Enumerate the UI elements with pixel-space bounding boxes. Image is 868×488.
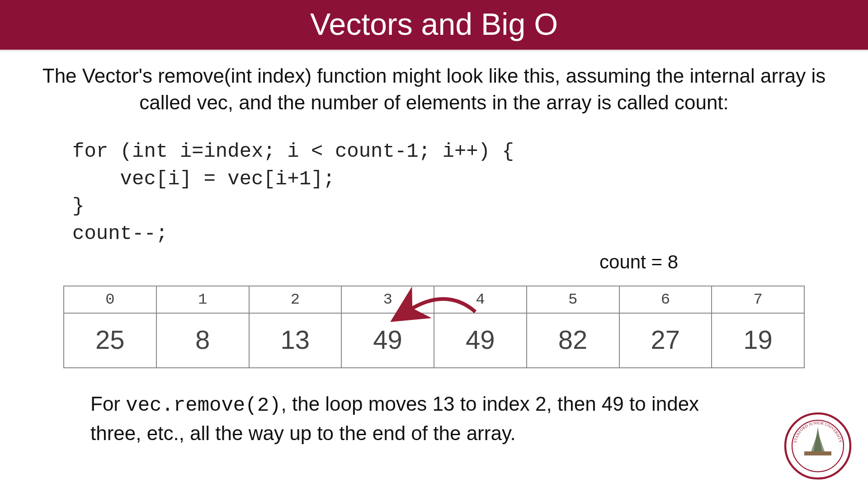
svg-rect-2 (804, 451, 831, 455)
array-index: 2 (249, 286, 342, 313)
stanford-seal-icon: STANFORD JUNIOR UNIVERSITY (784, 412, 852, 480)
array-cell: 49 (434, 313, 527, 368)
array-cell: 19 (712, 313, 804, 368)
array-index: 7 (712, 286, 804, 313)
array-index: 3 (341, 286, 434, 313)
array-table: 0 1 2 3 4 5 6 7 25 8 13 49 49 82 27 19 (63, 286, 805, 368)
array-diagram: 0 1 2 3 4 5 6 7 25 8 13 49 49 82 27 19 (63, 286, 805, 368)
array-index-row: 0 1 2 3 4 5 6 7 (64, 286, 804, 313)
array-index: 4 (434, 286, 527, 313)
array-cell: 49 (341, 313, 434, 368)
array-index: 0 (64, 286, 156, 313)
code-sample: for (int i=index; i < count-1; i++) { ve… (72, 138, 868, 248)
count-label: count = 8 (0, 251, 868, 273)
array-cell: 82 (527, 313, 619, 368)
slide-title: Vectors and Big O (0, 0, 868, 52)
array-value-row: 25 8 13 49 49 82 27 19 (64, 313, 804, 368)
array-cell: 13 (249, 313, 342, 368)
array-cell: 8 (156, 313, 249, 368)
array-index: 6 (619, 286, 712, 313)
array-index: 5 (527, 286, 619, 313)
slide-subtitle: The Vector's remove(int index) function … (27, 62, 841, 116)
array-cell: 27 (619, 313, 712, 368)
explain-code: vec.remove(2) (126, 394, 281, 417)
array-index: 1 (156, 286, 249, 313)
explanation-text: For vec.remove(2), the loop moves 13 to … (90, 390, 705, 447)
array-cell: 25 (64, 313, 156, 368)
explain-prefix: For (90, 393, 126, 415)
